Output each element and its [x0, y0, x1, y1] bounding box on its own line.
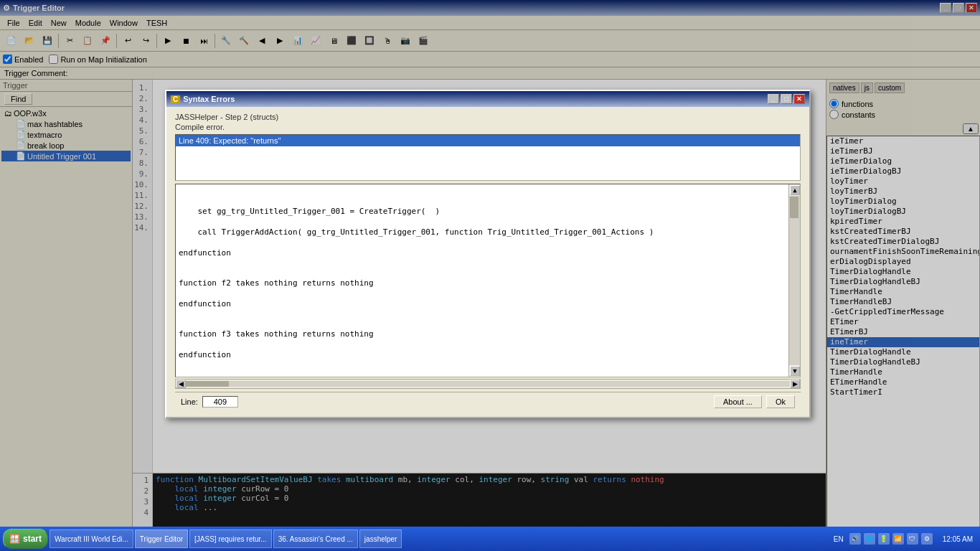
- tray-icon-6: ⚙: [921, 533, 933, 545]
- main-window: ⚙ Trigger Editor _ □ ✕ File Edit New Mod…: [0, 0, 980, 551]
- tray-icon-4: 📶: [892, 533, 904, 545]
- tray-icon-1: 🔊: [849, 533, 861, 545]
- modal-subtitle: JASSHelper - Step 2 (structs): [175, 113, 801, 121]
- modal-title-bar: C Syntax Errors _ □ ✕: [166, 91, 809, 107]
- modal-icon: C: [171, 95, 180, 103]
- hscroll-track[interactable]: [186, 381, 790, 387]
- taskbar-jasshelper[interactable]: jasshelper: [359, 529, 402, 548]
- scroll-down-btn[interactable]: ▼: [790, 366, 800, 376]
- about-button[interactable]: About ...: [714, 395, 762, 408]
- taskbar-warcraft[interactable]: Warcraft III World Edi...: [50, 529, 133, 548]
- modal-hscroll[interactable]: ◀ ▶: [175, 379, 801, 389]
- system-clock: 12:05 AM: [938, 534, 977, 545]
- language-indicator: EN: [831, 535, 847, 543]
- code-line: call TriggerAddAction( gg_trg_Untitled_T…: [179, 227, 786, 238]
- code-line: endfunction: [179, 298, 786, 310]
- modal-vscroll[interactable]: ▲ ▼: [788, 184, 800, 377]
- start-icon: 🪟: [9, 534, 20, 544]
- tray-icon-3: 🔋: [878, 533, 890, 545]
- taskbar: 🪟 start Warcraft III World Edi... Trigge…: [0, 527, 980, 551]
- system-tray: EN 🔊 🌐 🔋 📶 🛡 ⚙: [826, 533, 937, 545]
- modal-maximize-btn[interactable]: □: [781, 94, 792, 104]
- code-line: endfunction: [179, 248, 786, 259]
- modal-overlay: C Syntax Errors _ □ ✕ JASSHelper - Step …: [0, 0, 980, 551]
- modal-content: JASSHelper - Step 2 (structs) Compile er…: [166, 107, 809, 417]
- tray-icon-5: 🛡: [907, 533, 918, 545]
- modal-code-area[interactable]: set gg_trg_Untitled_Trigger_001 = Create…: [175, 184, 801, 377]
- taskbar-trigger-editor[interactable]: Trigger Editor: [135, 529, 188, 548]
- modal-close-btn[interactable]: ✕: [793, 94, 805, 104]
- modal-minimize-btn[interactable]: _: [768, 94, 779, 104]
- tray-icon-2: 🌐: [864, 533, 875, 545]
- modal-footer: Line: 409 About ... Ok: [175, 392, 801, 411]
- modal-code-inner: set gg_trg_Untitled_Trigger_001 = Create…: [176, 184, 788, 377]
- ok-button[interactable]: Ok: [766, 395, 795, 408]
- scroll-track[interactable]: [789, 196, 800, 365]
- scroll-thumb[interactable]: [790, 197, 798, 218]
- start-button[interactable]: 🪟 start: [3, 529, 48, 549]
- code-line: endfunction: [179, 349, 786, 361]
- taskbar-jass[interactable]: [JASS] requires retur...: [189, 529, 272, 548]
- modal-compile-error: Compile error.: [175, 123, 801, 131]
- hscroll-thumb[interactable]: [186, 381, 229, 387]
- hscroll-right-btn[interactable]: ▶: [790, 380, 800, 388]
- error-list[interactable]: Line 409: Expected: "returns": [175, 134, 801, 181]
- modal-title: Syntax Errors: [183, 95, 235, 103]
- code-line: set gg_trg_Untitled_Trigger_001 = Create…: [179, 206, 786, 217]
- syntax-errors-dialog: C Syntax Errors _ □ ✕ JASSHelper - Step …: [165, 90, 811, 418]
- scroll-up-btn[interactable]: ▲: [790, 185, 800, 195]
- code-line: function f3 takes nothing returns nothin…: [179, 329, 786, 340]
- hscroll-left-btn[interactable]: ◀: [176, 380, 186, 388]
- line-number-input[interactable]: 409: [202, 396, 238, 408]
- taskbar-assassins[interactable]: 36. Assassin's Creed ...: [273, 529, 358, 548]
- line-label: Line:: [181, 397, 198, 406]
- code-line: function f2 takes nothing returns nothin…: [179, 278, 786, 289]
- error-item[interactable]: Line 409: Expected: "returns": [176, 135, 800, 146]
